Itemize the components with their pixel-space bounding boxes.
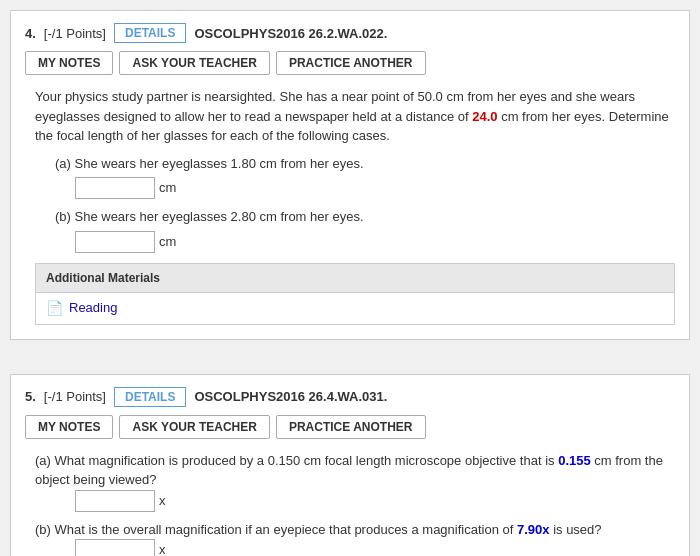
question-4-body: Your physics study partner is nearsighte…: [35, 87, 675, 325]
question-4-unit-a: cm: [159, 178, 176, 198]
spacer: [0, 350, 700, 364]
question-4-description: Your physics study partner is nearsighte…: [35, 87, 675, 146]
question-5-body: (a) What magnification is produced by a …: [35, 451, 675, 557]
question-4-points: [-/1 Points]: [44, 26, 106, 41]
question-5-description-b: (b) What is the overall magnification if…: [35, 520, 675, 540]
question-5-unit-b: x: [159, 540, 166, 556]
practice-another-button-5[interactable]: PRACTICE ANOTHER: [276, 415, 426, 439]
highlight-0155: 0.155: [558, 453, 591, 468]
question-5-input-a-row: x: [75, 490, 675, 512]
question-5-input-a[interactable]: [75, 490, 155, 512]
question-4-toolbar: MY NOTES ASK YOUR TEACHER PRACTICE ANOTH…: [25, 51, 675, 75]
ask-teacher-button-5[interactable]: ASK YOUR TEACHER: [119, 415, 269, 439]
question-5-header: 5. [-/1 Points] DETAILS OSCOLPHYS2016 26…: [25, 387, 675, 407]
highlight-24: 24.0: [472, 109, 497, 124]
question-5-number: 5.: [25, 389, 36, 404]
my-notes-button-4[interactable]: MY NOTES: [25, 51, 113, 75]
question-5-details-button[interactable]: DETAILS: [114, 387, 186, 407]
question-4-header: 4. [-/1 Points] DETAILS OSCOLPHYS2016 26…: [25, 23, 675, 43]
question-5-unit-a: x: [159, 491, 166, 511]
question-5-input-b[interactable]: [75, 539, 155, 556]
question-4-sub-b-label: (b) She wears her eyeglasses 2.80 cm fro…: [55, 207, 675, 227]
reading-icon-4: 📄: [46, 298, 63, 319]
question-4-details-button[interactable]: DETAILS: [114, 23, 186, 43]
ask-teacher-button-4[interactable]: ASK YOUR TEACHER: [119, 51, 269, 75]
question-5-input-b-row: x: [75, 539, 675, 556]
question-5-points: [-/1 Points]: [44, 389, 106, 404]
practice-another-button-4[interactable]: PRACTICE ANOTHER: [276, 51, 426, 75]
question-4-input-a-row: cm: [75, 177, 675, 199]
question-4-input-b[interactable]: [75, 231, 155, 253]
question-5-code: OSCOLPHYS2016 26.4.WA.031.: [194, 389, 387, 404]
reading-link-4[interactable]: Reading: [69, 298, 117, 318]
question-4-code: OSCOLPHYS2016 26.2.WA.022.: [194, 26, 387, 41]
question-5-block: 5. [-/1 Points] DETAILS OSCOLPHYS2016 26…: [10, 374, 690, 557]
question-4-sub-a-label: (a) She wears her eyeglasses 1.80 cm fro…: [55, 154, 675, 174]
my-notes-button-5[interactable]: MY NOTES: [25, 415, 113, 439]
question-4-reading-row: 📄 Reading: [35, 293, 675, 325]
question-4-number: 4.: [25, 26, 36, 41]
question-5-toolbar: MY NOTES ASK YOUR TEACHER PRACTICE ANOTH…: [25, 415, 675, 439]
question-4-input-a[interactable]: [75, 177, 155, 199]
question-5-description-a: (a) What magnification is produced by a …: [35, 451, 675, 490]
question-4-block: 4. [-/1 Points] DETAILS OSCOLPHYS2016 26…: [10, 10, 690, 340]
highlight-790x: 7.90x: [517, 522, 550, 537]
question-4-unit-b: cm: [159, 232, 176, 252]
question-4-additional-materials: Additional Materials: [35, 263, 675, 293]
question-4-input-b-row: cm: [75, 231, 675, 253]
